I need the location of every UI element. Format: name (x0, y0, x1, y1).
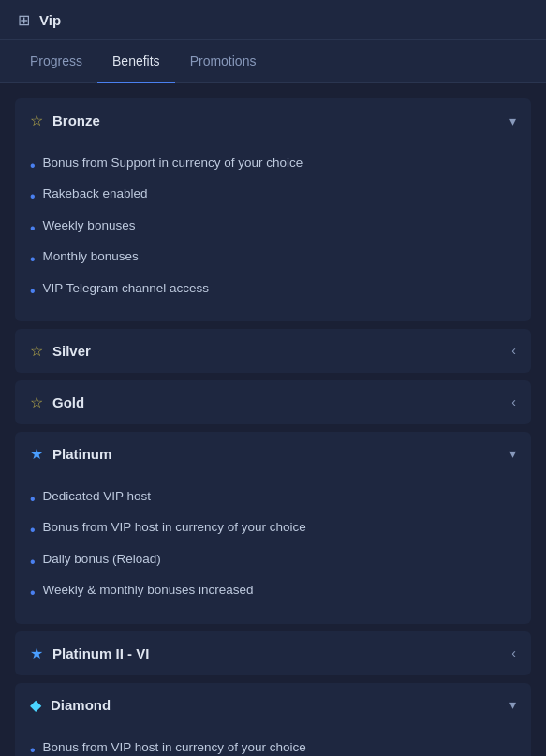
silver-star-icon: ☆ (30, 342, 43, 360)
section-silver-header[interactable]: ☆ Silver ‹ (15, 329, 531, 373)
section-platinum-header[interactable]: ★ Platinum ▾ (15, 432, 531, 476)
list-item: • VIP Telegram channel access (30, 275, 516, 306)
platinum-star-icon: ★ (30, 445, 43, 463)
platinum-body: • Dedicated VIP host • Bonus from VIP ho… (15, 476, 531, 624)
bronze-title: Bronze (52, 112, 100, 128)
bullet-icon: • (30, 520, 36, 541)
main-content: ☆ Bronze ▾ • Bonus from Support in curre… (0, 83, 546, 756)
bullet-icon: • (30, 583, 36, 603)
list-item: • Bonus from Support in currency of your… (30, 150, 516, 181)
platinum2-title: Platinum II - VI (52, 645, 149, 661)
silver-title: Silver (52, 343, 91, 359)
tab-benefits[interactable]: Benefits (97, 40, 175, 83)
bullet-icon: • (30, 186, 36, 207)
diamond-body: • Bonus from VIP host in currency of you… (15, 727, 531, 756)
list-item: • Daily bonus (Reload) (30, 546, 516, 577)
platinum-benefit-list: • Dedicated VIP host • Bonus from VIP ho… (30, 483, 516, 609)
tab-bar: Progress Benefits Promotions (0, 40, 546, 83)
section-diamond: ◆ Diamond ▾ • Bonus from VIP host in cur… (15, 683, 531, 756)
diamond-chevron-icon: ▾ (509, 697, 516, 712)
platinum2-star-icon: ★ (30, 645, 43, 662)
section-bronze-left: ☆ Bronze (30, 111, 100, 129)
list-item: • Weekly & monthly bonuses increased (30, 577, 516, 608)
bronze-chevron-icon: ▾ (509, 113, 516, 128)
platinum-title: Platinum (52, 446, 111, 462)
section-gold: ☆ Gold ‹ (15, 380, 531, 424)
diamond-icon: ◆ (30, 696, 41, 714)
section-gold-left: ☆ Gold (30, 393, 84, 411)
bullet-icon: • (30, 740, 36, 756)
gold-title: Gold (52, 394, 84, 410)
section-platinum-left: ★ Platinum (30, 445, 111, 463)
section-platinum2: ★ Platinum II - VI ‹ (15, 631, 531, 675)
bullet-icon: • (30, 552, 36, 572)
diamond-benefit-list: • Bonus from VIP host in currency of you… (30, 734, 516, 756)
section-bronze-header[interactable]: ☆ Bronze ▾ (15, 98, 531, 142)
tab-promotions[interactable]: Promotions (175, 40, 272, 83)
section-platinum2-left: ★ Platinum II - VI (30, 645, 149, 662)
list-item: • Bonus from VIP host in currency of you… (30, 734, 516, 756)
list-item: • Dedicated VIP host (30, 483, 516, 514)
diamond-title: Diamond (51, 697, 111, 713)
list-item: • Bonus from VIP host in currency of you… (30, 514, 516, 545)
section-gold-header[interactable]: ☆ Gold ‹ (15, 380, 531, 424)
bullet-icon: • (30, 218, 36, 239)
gold-star-icon: ☆ (30, 393, 43, 411)
vip-icon: ⊞ (15, 11, 32, 28)
bullet-icon: • (30, 489, 36, 510)
app-title: Vip (39, 12, 61, 28)
bullet-icon: • (30, 249, 36, 270)
list-item: • Rakeback enabled (30, 181, 516, 212)
bronze-star-icon: ☆ (30, 111, 43, 129)
gold-chevron-icon: ‹ (511, 394, 516, 409)
section-silver-left: ☆ Silver (30, 342, 91, 360)
list-item: • Weekly bonuses (30, 213, 516, 244)
bullet-icon: • (30, 156, 36, 176)
section-diamond-left: ◆ Diamond (30, 696, 111, 714)
tab-progress[interactable]: Progress (15, 40, 97, 83)
app-header: ⊞ Vip (0, 0, 546, 40)
section-bronze: ☆ Bronze ▾ • Bonus from Support in curre… (15, 98, 531, 321)
platinum-chevron-icon: ▾ (509, 446, 516, 461)
list-item: • Monthly bonuses (30, 244, 516, 274)
section-platinum2-header[interactable]: ★ Platinum II - VI ‹ (15, 631, 531, 675)
bronze-body: • Bonus from Support in currency of your… (15, 142, 531, 321)
bullet-icon: • (30, 281, 36, 302)
silver-chevron-icon: ‹ (511, 343, 516, 358)
section-diamond-header[interactable]: ◆ Diamond ▾ (15, 683, 531, 727)
section-platinum: ★ Platinum ▾ • Dedicated VIP host • Bonu… (15, 432, 531, 624)
platinum2-chevron-icon: ‹ (511, 645, 516, 660)
section-silver: ☆ Silver ‹ (15, 329, 531, 373)
bronze-benefit-list: • Bonus from Support in currency of your… (30, 150, 516, 306)
